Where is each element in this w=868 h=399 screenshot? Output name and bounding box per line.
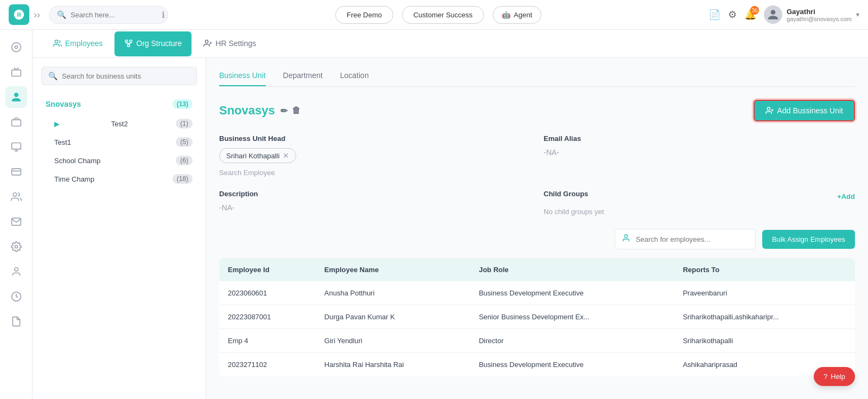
sidebar-item-monitor[interactable]	[5, 136, 27, 158]
tab-hr-settings-label: HR Settings	[215, 39, 256, 48]
search-input[interactable]	[71, 11, 157, 19]
help-icon: ?	[824, 372, 827, 381]
bulk-assign-button[interactable]: Bulk Assign Employees	[762, 230, 855, 249]
svg-point-10	[15, 246, 17, 248]
remove-head-icon[interactable]: ✕	[283, 151, 289, 160]
expand-icon[interactable]: ››	[34, 9, 40, 21]
no-child-groups-text: No child groups yet	[544, 208, 855, 216]
sidebar-item-user-settings[interactable]	[5, 261, 27, 282]
sidebar-item-clock[interactable]	[5, 286, 27, 307]
add-business-unit-button[interactable]: Add Bussiness Unit	[754, 100, 855, 121]
notifications-button[interactable]: 🔔 36	[744, 9, 756, 21]
org-name-time-champ: Time Champ	[54, 175, 94, 183]
email-alias-section: Email Alias -NA-	[544, 134, 855, 177]
help-button[interactable]: ? Help	[814, 367, 855, 386]
cell-role: Business Development Executive	[470, 353, 674, 377]
cell-id: 2023060601	[219, 281, 316, 305]
edit-bu-icon[interactable]: ✏	[280, 106, 288, 116]
content-area: Employees Org Structure HR Settings 🔍	[33, 30, 868, 399]
sub-tabs: Business Unit Department Location	[219, 71, 855, 87]
customer-success-button[interactable]: Customer Success	[402, 6, 484, 24]
bu-head-tag-area: Srihari Kothapalli ✕	[219, 148, 531, 163]
child-groups-label: Child Groups	[544, 190, 588, 198]
bu-search[interactable]: 🔍	[41, 67, 197, 85]
user-info: Gayathri gayathri@snovasys.com	[787, 8, 852, 22]
table-row: 20223087001Durga Pavan Kumar KSenior Bus…	[219, 305, 855, 329]
table-header: Employee Id Employee Name Job Role Repor…	[219, 258, 855, 281]
sidebar-item-settings[interactable]	[5, 236, 27, 258]
document-icon[interactable]: 📄	[709, 9, 720, 21]
description-label: Description	[219, 190, 531, 198]
notification-count: 36	[750, 6, 759, 15]
svg-point-9	[13, 193, 17, 197]
gear-icon[interactable]: ⚙	[728, 9, 737, 21]
org-name-test1: Test1	[54, 138, 71, 146]
child-groups-header: Child Groups +Add	[544, 190, 855, 203]
user-profile[interactable]: Gayathri gayathri@snovasys.com ▾	[764, 5, 859, 24]
add-child-group-link[interactable]: +Add	[837, 192, 855, 201]
sub-tab-business-unit[interactable]: Business Unit	[219, 71, 266, 86]
org-item-snovasys[interactable]: Snovasys (13)	[41, 94, 197, 114]
table-header-row: Employee Id Employee Name Job Role Repor…	[219, 258, 855, 281]
cell-id: 20223087001	[219, 305, 316, 329]
help-label: Help	[831, 372, 845, 381]
description-value: -NA-	[219, 203, 531, 212]
employee-search-field[interactable]	[615, 229, 756, 249]
svg-point-11	[14, 268, 18, 272]
org-item-time-champ[interactable]: Time Champ (18)	[50, 170, 197, 188]
tab-employees[interactable]: Employees	[43, 31, 112, 56]
sub-tab-location[interactable]: Location	[340, 71, 369, 86]
sidebar-item-mail[interactable]	[5, 211, 27, 233]
sidebar-icons	[0, 30, 33, 399]
org-name-test2: Test2	[111, 120, 128, 128]
tab-bar: Employees Org Structure HR Settings	[33, 30, 868, 58]
sidebar-item-document[interactable]	[5, 311, 27, 332]
delete-bu-icon[interactable]: 🗑	[292, 106, 301, 116]
svg-rect-15	[130, 40, 132, 42]
chevron-down-icon: ▾	[856, 11, 859, 18]
tab-employees-label: Employees	[65, 39, 103, 48]
search-employee-placeholder[interactable]: Search Employee	[219, 169, 531, 177]
agent-button[interactable]: 🤖 Agent	[493, 6, 541, 24]
svg-point-28	[624, 235, 627, 237]
tab-org-structure-label: Org Structure	[136, 39, 182, 48]
org-item-test1[interactable]: Test1 (5)	[50, 133, 197, 151]
cell-reports_to: Sriharikothapalli,ashikaharipr...	[674, 305, 855, 329]
table-body: 2023060601Anusha PotthuriBusiness Develo…	[219, 281, 855, 376]
sidebar-item-tv[interactable]	[5, 61, 27, 83]
svg-rect-14	[125, 40, 127, 42]
sidebar-item-card[interactable]	[5, 161, 27, 183]
sidebar-item-briefcase[interactable]	[5, 111, 27, 133]
bu-head-label: Business Unit Head	[219, 134, 531, 143]
svg-point-13	[55, 40, 58, 43]
sidebar-item-group[interactable]	[5, 186, 27, 208]
bu-title-text: Snovasys	[219, 104, 275, 118]
global-search[interactable]: 🔍 ℹ	[49, 6, 168, 24]
sidebar-item-people[interactable]	[5, 86, 27, 108]
cell-role: Senior Business Development Ex...	[470, 305, 674, 329]
sidebar-item-analytics[interactable]	[5, 36, 27, 58]
col-job-role: Job Role	[470, 258, 674, 281]
cell-role: Business Development Executive	[470, 281, 674, 305]
employee-table: Employee Id Employee Name Job Role Repor…	[219, 258, 855, 376]
org-item-school-champ[interactable]: School Champ (6)	[50, 151, 197, 170]
org-name-school-champ: School Champ	[54, 157, 100, 165]
sub-tab-department[interactable]: Department	[283, 71, 323, 86]
tab-org-structure[interactable]: Org Structure	[114, 31, 192, 56]
bu-search-input[interactable]	[62, 72, 190, 80]
employee-search-input[interactable]	[636, 235, 748, 243]
free-demo-button[interactable]: Free Demo	[335, 6, 393, 24]
svg-point-0	[11, 43, 21, 52]
bu-header: Snovasys ✏ 🗑 Add Bussiness Unit	[219, 100, 855, 121]
avatar	[764, 5, 782, 24]
employee-search-bar: Bulk Assign Employees	[219, 229, 855, 249]
org-arrow: ▶	[54, 120, 60, 128]
info-icon[interactable]: ℹ	[162, 10, 165, 20]
cell-name: Durga Pavan Kumar K	[316, 305, 470, 329]
tab-hr-settings[interactable]: HR Settings	[194, 31, 266, 56]
logo[interactable]	[9, 4, 29, 25]
org-item-test2[interactable]: ▶ Test2 (1)	[50, 114, 197, 133]
org-count-time-champ: (18)	[173, 174, 193, 184]
cell-reports_to: Praveenbaruri	[674, 281, 855, 305]
cell-name: Harshita Rai Harshita Rai	[316, 353, 470, 377]
